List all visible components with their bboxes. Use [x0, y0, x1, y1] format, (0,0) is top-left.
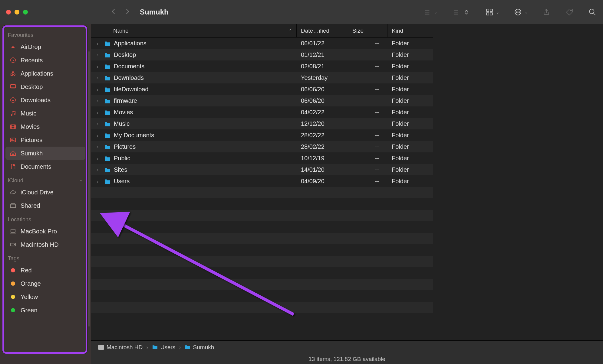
sidebar-section-header[interactable]: Locations: [8, 216, 85, 223]
sidebar-item-label: Applications: [21, 70, 53, 77]
file-date: 04/02/22: [297, 109, 348, 116]
file-date: 01/12/21: [297, 51, 348, 58]
column-header-name[interactable]: Name⌃: [91, 24, 297, 37]
file-name: Downloads: [114, 74, 144, 81]
file-row[interactable]: ›Pictures28/02/22--Folder: [91, 141, 433, 152]
file-list: Name⌃ Date…ified Size Kind ›Applications…: [91, 24, 433, 340]
disclosure-triangle-icon[interactable]: ›: [97, 64, 101, 69]
column-header-size[interactable]: Size: [348, 24, 387, 37]
sidebar-item[interactable]: Movies: [5, 120, 85, 133]
sidebar-item[interactable]: Green: [5, 304, 85, 317]
file-row[interactable]: ›Documents02/08/21--Folder: [91, 60, 433, 72]
file-name: Public: [114, 155, 130, 162]
disclosure-triangle-icon[interactable]: ›: [97, 87, 101, 92]
disclosure-triangle-icon[interactable]: ›: [97, 98, 101, 103]
path-bar: Macintosh HD›Users›Sumukh: [91, 340, 603, 354]
sidebar-item[interactable]: Downloads: [5, 93, 85, 107]
sidebar-item[interactable]: Applications: [5, 67, 85, 80]
file-kind: Folder: [387, 132, 433, 139]
file-row[interactable]: ›fileDownload06/06/20--Folder: [91, 83, 433, 95]
music-icon: [10, 110, 16, 117]
sidebar-item-label: Macintosh HD: [21, 241, 59, 248]
sidebar-item[interactable]: iCloud Drive: [5, 186, 85, 199]
sidebar-item[interactable]: Documents: [5, 160, 85, 173]
sidebar-section-header[interactable]: Tags: [8, 255, 85, 262]
disclosure-triangle-icon[interactable]: ›: [97, 179, 101, 184]
column-header-date[interactable]: Date…ified: [297, 24, 348, 37]
tags-button[interactable]: [565, 8, 574, 16]
file-date: 14/01/20: [297, 166, 348, 173]
chevron-right-icon: ›: [146, 344, 148, 351]
file-size: --: [348, 63, 387, 70]
file-row[interactable]: ›Public10/12/19--Folder: [91, 152, 433, 164]
sidebar-item[interactable]: Shared: [5, 199, 85, 212]
sidebar-item[interactable]: Red: [5, 264, 85, 277]
sidebar-item[interactable]: Pictures: [5, 133, 85, 147]
empty-row: [91, 302, 433, 313]
share-button[interactable]: [542, 8, 551, 16]
toolbar: Sumukh ⌄ ⌄ ⌄: [0, 0, 603, 24]
folder-icon: [104, 155, 111, 161]
clock-icon: [10, 57, 16, 63]
disclosure-triangle-icon[interactable]: ›: [97, 167, 101, 172]
sidebar-item[interactable]: Desktop: [5, 80, 85, 93]
minimize-window-button[interactable]: [15, 10, 19, 15]
action-menu-button[interactable]: ⌄: [513, 8, 528, 16]
disclosure-triangle-icon[interactable]: ›: [97, 133, 101, 138]
sidebar-item-label: Music: [21, 110, 36, 117]
disclosure-triangle-icon[interactable]: ›: [97, 75, 101, 80]
forward-button[interactable]: [120, 7, 134, 17]
empty-row: [91, 256, 433, 267]
file-row[interactable]: ›DownloadsYesterday--Folder: [91, 72, 433, 83]
sidebar-item[interactable]: Macintosh HD: [5, 238, 85, 251]
column-header-kind[interactable]: Kind: [387, 24, 433, 37]
sidebar-item[interactable]: Music: [5, 107, 85, 120]
sidebar-item[interactable]: Yellow: [5, 290, 85, 304]
disclosure-triangle-icon[interactable]: ›: [97, 41, 101, 46]
file-kind: Folder: [387, 143, 433, 150]
sidebar-item[interactable]: Recents: [5, 54, 85, 67]
file-kind: Folder: [387, 155, 433, 162]
zoom-window-button[interactable]: [23, 10, 28, 15]
path-segment[interactable]: Sumukh: [185, 344, 214, 351]
file-row[interactable]: ›Music12/12/20--Folder: [91, 118, 433, 129]
file-row[interactable]: ›Desktop01/12/21--Folder: [91, 49, 433, 60]
file-kind: Folder: [387, 40, 433, 47]
file-row[interactable]: ›Sites14/01/20--Folder: [91, 164, 433, 175]
search-button[interactable]: [588, 8, 597, 16]
chevron-down-icon: ⌄: [79, 177, 83, 182]
file-name: Documents: [114, 63, 144, 70]
file-row[interactable]: ›My Documents28/02/22--Folder: [91, 129, 433, 141]
disclosure-triangle-icon[interactable]: ›: [97, 110, 101, 115]
file-row[interactable]: ›Movies04/02/22--Folder: [91, 106, 433, 118]
path-segment[interactable]: Users: [152, 344, 176, 351]
sidebar-section-header[interactable]: iCloud⌄: [8, 177, 85, 184]
file-row[interactable]: ›Applications06/01/22--Folder: [91, 37, 433, 49]
path-segment[interactable]: Macintosh HD: [98, 344, 143, 351]
icon-view-button[interactable]: ⌄: [485, 8, 499, 16]
sidebar-item[interactable]: AirDrop: [5, 40, 85, 54]
file-row[interactable]: ›Users04/09/20--Folder: [91, 175, 433, 187]
sidebar-item[interactable]: Sumukh: [5, 147, 85, 160]
file-name: Music: [114, 120, 130, 127]
main-panel: Name⌃ Date…ified Size Kind ›Applications…: [91, 24, 603, 364]
sidebar-item-label: MacBook Pro: [21, 228, 57, 235]
sidebar-section-header[interactable]: Favourites: [8, 32, 85, 38]
sidebar-item-label: Downloads: [21, 97, 51, 104]
disclosure-triangle-icon[interactable]: ›: [97, 156, 101, 161]
shared-icon: [10, 202, 16, 209]
disclosure-triangle-icon[interactable]: ›: [97, 52, 101, 57]
group-by-button[interactable]: ⌄: [423, 8, 438, 16]
sidebar-scrollbar[interactable]: [88, 51, 90, 327]
close-window-button[interactable]: [6, 10, 11, 15]
folder-icon: [104, 52, 111, 57]
sidebar-item-label: Yellow: [21, 294, 38, 301]
file-date: 12/12/20: [297, 120, 348, 127]
disclosure-triangle-icon[interactable]: ›: [97, 144, 101, 149]
sidebar-item[interactable]: Orange: [5, 277, 85, 290]
view-options-button[interactable]: [452, 8, 471, 16]
disclosure-triangle-icon[interactable]: ›: [97, 121, 101, 126]
file-row[interactable]: ›firmware06/06/20--Folder: [91, 95, 433, 106]
sidebar-item[interactable]: MacBook Pro: [5, 225, 85, 238]
back-button[interactable]: [107, 7, 120, 17]
